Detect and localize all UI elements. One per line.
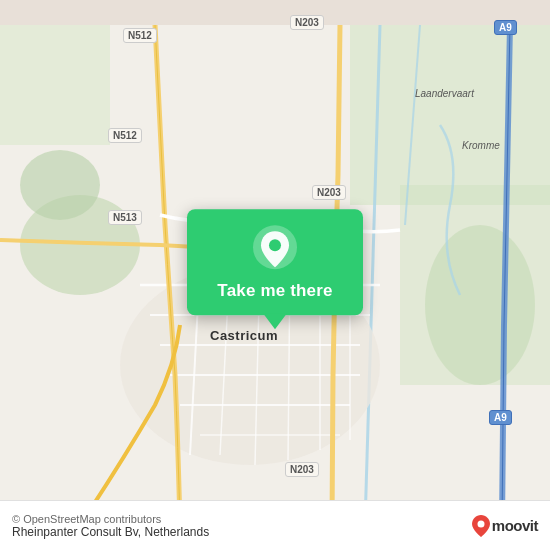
copyright-text: © OpenStreetMap contributors xyxy=(12,513,209,525)
road-label-n512-mid: N512 xyxy=(108,128,142,143)
place-label-laandervaart: Laandervaart xyxy=(415,88,474,99)
road-label-a9-top: A9 xyxy=(494,20,517,35)
place-label-castricum: Castricum xyxy=(210,328,278,343)
road-label-n512-top: N512 xyxy=(123,28,157,43)
popup-card[interactable]: Take me there xyxy=(187,209,363,315)
svg-point-6 xyxy=(425,225,535,385)
road-label-n513: N513 xyxy=(108,210,142,225)
moovit-logo: moovit xyxy=(472,515,538,537)
svg-point-2 xyxy=(20,150,100,220)
map-container: N512 N512 N513 N203 N203 N203 A9 A9 Cast… xyxy=(0,0,550,550)
popup-label: Take me there xyxy=(217,281,332,301)
road-label-a9-bot: A9 xyxy=(489,410,512,425)
bottom-bar: © OpenStreetMap contributors Rheinpanter… xyxy=(0,500,550,550)
road-label-n203-top: N203 xyxy=(290,15,324,30)
road-label-n203-mid: N203 xyxy=(312,185,346,200)
moovit-pin-icon xyxy=(472,515,490,537)
svg-point-24 xyxy=(477,520,484,527)
svg-point-23 xyxy=(269,239,281,251)
svg-rect-3 xyxy=(0,25,110,145)
road-label-n203-bot: N203 xyxy=(285,462,319,477)
company-name: Rheinpanter Consult Bv, Netherlands xyxy=(12,525,209,539)
location-pin-icon xyxy=(251,223,299,271)
moovit-brand-text: moovit xyxy=(492,517,538,534)
place-label-kromme: Kromme xyxy=(462,140,500,151)
bottom-bar-left: © OpenStreetMap contributors Rheinpanter… xyxy=(12,513,209,539)
